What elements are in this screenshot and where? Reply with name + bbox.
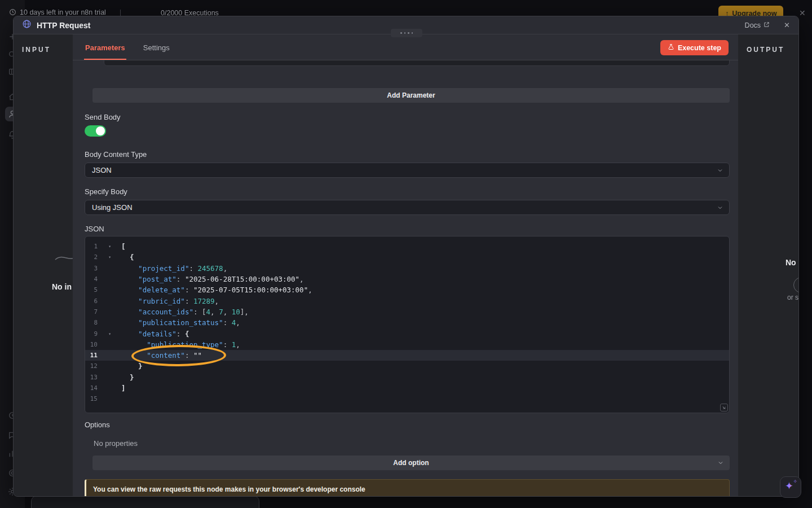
add-parameter-button[interactable]: Add Parameter <box>92 88 730 103</box>
specify-body-select[interactable]: Using JSON <box>85 200 730 215</box>
background-panel <box>31 496 259 508</box>
body-content-type-label: Body Content Type <box>85 150 147 159</box>
ai-assistant-button[interactable]: ✦ ✧ <box>780 476 801 498</box>
body-content-type-select[interactable]: JSON <box>85 163 730 178</box>
code-line-15[interactable]: 15 <box>85 393 729 404</box>
modal-title: HTTP Request <box>37 21 90 30</box>
execute-step-button[interactable]: Execute step <box>660 40 729 55</box>
code-line-1[interactable]: 1▾[ <box>85 241 729 252</box>
code-line-3[interactable]: 3 "project_id": 245678, <box>85 263 729 274</box>
code-lines: 1▾[2▾ {3 "project_id": 245678,4 "post_at… <box>85 241 729 404</box>
parameter-value-field[interactable] <box>104 60 730 66</box>
output-secondary-text: or s <box>787 294 798 301</box>
code-line-6[interactable]: 6 "rubric_id": 17289, <box>85 295 729 306</box>
globe-icon <box>22 19 32 31</box>
send-body-toggle[interactable] <box>85 125 106 137</box>
input-empty-text: No in <box>52 282 72 291</box>
code-line-9[interactable]: 9▾ "details": { <box>85 328 729 339</box>
json-editor[interactable]: 1▾[2▾ {3 "project_id": 245678,4 "post_at… <box>85 236 730 413</box>
output-empty-text: No <box>785 258 796 267</box>
code-line-4[interactable]: 4 "post_at": "2025-06-28T15:00:00+03:00"… <box>85 274 729 284</box>
docs-link[interactable]: Docs <box>745 21 770 29</box>
editor-resize-handle[interactable]: ⇲ <box>720 404 728 411</box>
close-icon[interactable]: ✕ <box>784 21 790 29</box>
code-line-11[interactable]: 11 "content": "" <box>85 350 729 361</box>
add-option-button[interactable]: Add option <box>92 456 730 470</box>
code-line-10[interactable]: 10 "publication_type": 1, <box>85 339 729 350</box>
topbar-separator: | <box>120 8 121 16</box>
toggle-knob <box>96 126 105 135</box>
fold-arrow-icon: ▾ <box>98 244 114 249</box>
tab-settings[interactable]: Settings <box>142 43 171 60</box>
sparkle-icon: ✦ <box>785 481 793 491</box>
code-line-7[interactable]: 7 "account_ids": [4, 7, 10], <box>85 306 729 317</box>
tab-parameters[interactable]: Parameters <box>84 43 126 60</box>
send-body-label: Send Body <box>85 113 121 121</box>
fold-arrow-icon: ▾ <box>98 331 114 336</box>
http-request-modal: HTTP Request Docs ✕ INPUT No in Paramete… <box>13 16 799 497</box>
json-label: JSON <box>85 225 104 233</box>
sparkle-small-icon: ✧ <box>793 479 797 484</box>
code-line-8[interactable]: 8 "publication_status": 4, <box>85 317 729 328</box>
parameters-scroll-area[interactable]: Add Parameter Send Body Body Content Typ… <box>73 60 738 496</box>
output-panel: OUTPUT No or s <box>738 34 798 496</box>
code-line-5[interactable]: 5 "delete_at": "2025-07-05T15:00:00+03:0… <box>85 284 729 295</box>
fold-arrow-icon: ▾ <box>98 255 114 260</box>
flask-icon <box>668 43 674 52</box>
background-close-icon[interactable]: ✕ <box>799 8 806 17</box>
external-link-icon <box>764 21 770 29</box>
output-panel-label: OUTPUT <box>747 46 784 54</box>
connection-wire <box>54 252 73 263</box>
drag-handle[interactable] <box>391 29 422 37</box>
no-properties-text: No properties <box>94 439 138 448</box>
options-label: Options <box>85 421 110 429</box>
chevron-down-icon <box>717 167 723 174</box>
code-line-2[interactable]: 2▾ { <box>85 252 729 262</box>
specify-body-label: Specify Body <box>85 187 127 196</box>
code-line-13[interactable]: 13 } <box>85 372 729 383</box>
code-line-12[interactable]: 12 } <box>85 361 729 371</box>
output-partial-button[interactable] <box>793 277 798 293</box>
input-panel: INPUT No in <box>14 34 73 496</box>
code-line-14[interactable]: 14] <box>85 383 729 393</box>
modal-body: INPUT No in Parameters Settings Execute … <box>14 34 798 496</box>
dev-console-notice: You can view the raw requests this node … <box>85 479 730 496</box>
chevron-down-icon <box>717 459 724 466</box>
node-settings-panel: Parameters Settings Execute step Add Par… <box>73 34 738 496</box>
input-panel-label: INPUT <box>22 46 51 54</box>
node-settings-header: Parameters Settings Execute step <box>73 34 738 60</box>
chevron-down-icon <box>717 204 723 211</box>
